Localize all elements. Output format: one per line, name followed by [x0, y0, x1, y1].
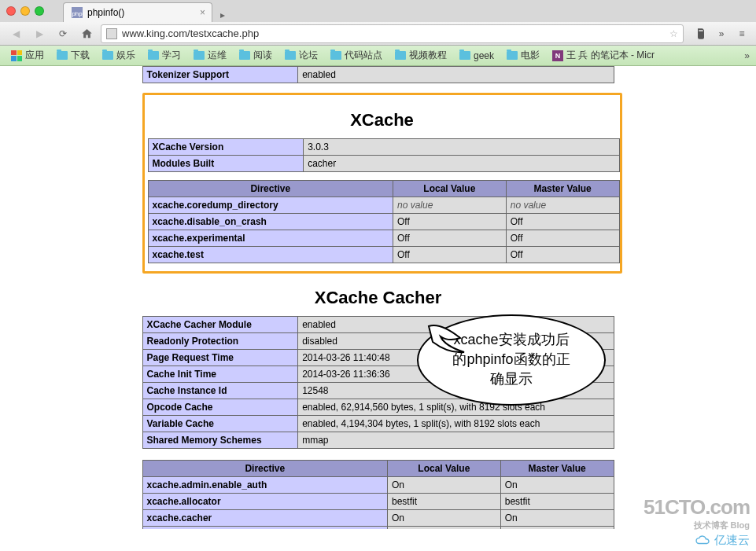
bookmark-folder[interactable]: 代码站点	[326, 47, 387, 64]
extensions-chevron-icon[interactable]: »	[714, 26, 729, 42]
maximize-window-button[interactable]	[35, 6, 44, 16]
bookmark-overflow-icon[interactable]: »	[744, 50, 750, 61]
url-text: www.king.com/testxcache.php	[122, 28, 666, 39]
bookmark-folder[interactable]: 视频教程	[390, 47, 452, 64]
table-value: enabled	[298, 67, 614, 83]
evernote-extension-icon[interactable]	[693, 26, 709, 42]
new-tab-button[interactable]: ▸	[216, 8, 230, 22]
watermarks: 51CTO.com 技术博客 Blog 亿速云	[644, 495, 750, 548]
table-row: xcache.cacherOnOn	[142, 510, 614, 527]
apps-label: 应用	[25, 49, 44, 62]
table-row: xcache.experimentalOffOff	[148, 230, 619, 247]
folder-icon	[285, 51, 296, 60]
onenote-icon: N	[552, 50, 563, 61]
apps-bookmark[interactable]: 应用	[6, 47, 49, 64]
table-row: xcache.count11	[142, 527, 614, 530]
folder-icon	[459, 51, 470, 60]
browser-tab[interactable]: php phpinfo() ×	[63, 2, 212, 22]
xcache-info-table: XCache Version3.0.3 Modules Builtcacher	[148, 138, 620, 172]
forward-button[interactable]: ▶	[30, 24, 49, 43]
php-favicon: php	[72, 7, 83, 18]
home-icon	[81, 28, 93, 39]
xcache-cacher-heading: XCache Cacher	[142, 288, 614, 308]
traffic-lights	[6, 6, 44, 16]
table-row: xcache.admin.enable_authOnOn	[142, 477, 614, 494]
page-content[interactable]: Tokenizer Supportenabled XCache XCache V…	[0, 66, 756, 529]
table-row: Variable Cacheenabled, 4,194,304 bytes, …	[142, 416, 614, 432]
bookmark-folder[interactable]: 电影	[502, 47, 544, 64]
browser-toolbar: ◀ ▶ ⟳ www.king.com/testxcache.php ☆ » ≡	[0, 22, 756, 46]
table-row: Shared Memory Schemesmmap	[142, 432, 614, 449]
watermark-yisu: 亿速云	[644, 533, 750, 548]
bookmark-folder[interactable]: 阅读	[234, 47, 277, 64]
callout-line: 确显示	[434, 369, 588, 389]
back-button[interactable]: ◀	[6, 24, 25, 43]
table-row: xcache.disable_on_crashOffOff	[148, 214, 619, 230]
folder-icon	[507, 51, 518, 60]
bookmark-folder[interactable]: 下载	[52, 47, 94, 64]
folder-icon	[239, 51, 250, 60]
table-row: xcache.coredump_directoryno valueno valu…	[148, 197, 619, 214]
menu-button[interactable]: ≡	[734, 26, 750, 42]
folder-icon	[330, 51, 341, 60]
address-bar[interactable]: www.king.com/testxcache.php ☆	[101, 24, 684, 43]
tokenizer-table: Tokenizer Supportenabled	[142, 66, 614, 83]
table-row: xcache.testOffOff	[148, 247, 619, 263]
bookmark-star-icon[interactable]: ☆	[669, 28, 678, 39]
tab-title: phpinfo()	[87, 7, 124, 18]
folder-icon	[102, 51, 113, 60]
watermark-51cto: 51CTO.com	[644, 495, 750, 520]
bookmark-folder[interactable]: 娱乐	[98, 47, 140, 64]
home-button[interactable]	[77, 24, 96, 43]
xcache-heading: XCache	[148, 110, 617, 130]
minimize-window-button[interactable]	[20, 6, 30, 16]
onenote-bookmark[interactable]: N王 兵 的笔记本 - Micr	[548, 47, 659, 64]
folder-icon	[148, 51, 159, 60]
folder-icon	[194, 51, 205, 60]
folder-icon	[395, 51, 406, 60]
bookmark-folder[interactable]: geek	[455, 49, 499, 63]
svg-text:php: php	[72, 10, 83, 17]
bookmark-folder[interactable]: 学习	[143, 47, 186, 64]
cloud-icon	[695, 535, 712, 546]
page-icon	[106, 28, 117, 39]
cacher-directives-table: DirectiveLocal ValueMaster Value xcache.…	[142, 460, 614, 529]
apps-icon	[11, 50, 22, 61]
xcache-directives-table: DirectiveLocal ValueMaster Value xcache.…	[148, 180, 620, 263]
callout-tail-icon	[425, 322, 480, 362]
tab-strip: php phpinfo() × ▸	[0, 0, 756, 22]
reload-button[interactable]: ⟳	[53, 24, 72, 43]
watermark-sub: 技术博客 Blog	[644, 520, 750, 531]
bookmark-folder[interactable]: 论坛	[280, 47, 323, 64]
close-tab-icon[interactable]: ×	[200, 7, 205, 18]
bookmark-folder[interactable]: 运维	[189, 47, 231, 64]
annotation-callout: xcache安装成功后 的phpinfo函数的正 确显示	[417, 314, 606, 406]
close-window-button[interactable]	[6, 6, 16, 16]
table-row: xcache.allocatorbestfitbestfit	[142, 494, 614, 510]
xcache-highlight-box: XCache XCache Version3.0.3 Modules Built…	[142, 93, 622, 274]
table-key: Tokenizer Support	[142, 67, 298, 83]
folder-icon	[57, 51, 68, 60]
extension-area: » ≡	[693, 26, 750, 42]
bookmark-bar: 应用 下载 娱乐 学习 运维 阅读 论坛 代码站点 视频教程 geek 电影 N…	[0, 46, 756, 66]
